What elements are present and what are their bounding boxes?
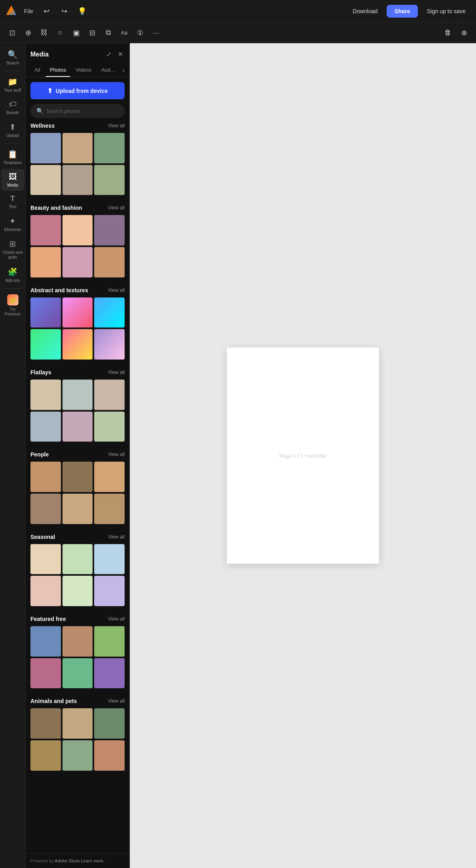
list-item[interactable]: [30, 494, 61, 524]
sidebar-item-addons[interactable]: 🧩 Add-ons: [1, 264, 24, 286]
frame-icon[interactable]: ▣: [69, 26, 83, 40]
list-item[interactable]: [30, 247, 61, 277]
list-item[interactable]: [94, 297, 125, 328]
tab-audio[interactable]: Aud…: [97, 64, 119, 77]
list-item[interactable]: [94, 544, 125, 575]
share-button[interactable]: Share: [387, 5, 418, 18]
tab-videos[interactable]: Videos: [72, 64, 96, 77]
info-icon[interactable]: ①: [133, 26, 147, 40]
list-item[interactable]: [30, 576, 61, 606]
extra-options-button[interactable]: ⊕: [457, 26, 471, 40]
list-item[interactable]: [63, 329, 93, 360]
list-item[interactable]: [63, 380, 93, 410]
text-format-icon[interactable]: Aa: [117, 26, 131, 40]
list-item[interactable]: [63, 462, 93, 492]
undo-button[interactable]: ↩: [40, 4, 54, 18]
list-item[interactable]: [94, 626, 125, 657]
sidebar-item-templates[interactable]: 📋 Templates: [1, 146, 24, 168]
list-item[interactable]: [63, 297, 93, 328]
close-panel-button[interactable]: ✕: [116, 49, 125, 60]
list-item[interactable]: [63, 494, 93, 524]
position-icon[interactable]: ⊕: [21, 26, 35, 40]
list-item[interactable]: [30, 165, 61, 195]
list-item[interactable]: [94, 494, 125, 524]
list-item[interactable]: [94, 215, 125, 245]
upload-from-device-button[interactable]: ⬆ Upload from device: [30, 82, 125, 99]
list-item[interactable]: [94, 658, 125, 689]
signup-button[interactable]: Sign up to save: [421, 6, 471, 17]
list-item[interactable]: [94, 740, 125, 771]
list-item[interactable]: [94, 165, 125, 195]
tab-all[interactable]: All: [30, 64, 44, 77]
search-photos-input[interactable]: [46, 108, 119, 114]
people-view-all-button[interactable]: View all: [108, 452, 125, 457]
sidebar-item-premium[interactable]: 👑 Try Premium: [1, 291, 24, 320]
flatlays-view-all-button[interactable]: View all: [108, 370, 125, 375]
list-item[interactable]: [63, 412, 93, 442]
list-item[interactable]: [30, 740, 61, 771]
list-item[interactable]: [94, 708, 125, 739]
canvas-page[interactable]: Page 1 / 1 • Add title: [227, 348, 379, 564]
list-item[interactable]: [30, 708, 61, 739]
list-item[interactable]: [94, 380, 125, 410]
layers-icon[interactable]: ⧉: [101, 26, 115, 40]
list-item[interactable]: [63, 576, 93, 606]
beauty-view-all-button[interactable]: View all: [108, 205, 125, 211]
list-item[interactable]: [63, 133, 93, 163]
link-icon[interactable]: ⛓: [37, 26, 51, 40]
sidebar-item-elements[interactable]: ✦ Elements: [1, 213, 24, 235]
list-item[interactable]: [94, 576, 125, 606]
list-item[interactable]: [63, 544, 93, 575]
more-tools-icon[interactable]: ⋯: [149, 26, 163, 40]
adobe-stock-link[interactable]: Adobe Stock: [55, 858, 80, 863]
animals-view-all-button[interactable]: View all: [108, 698, 125, 704]
learn-more-link[interactable]: Learn more.: [81, 858, 105, 863]
shape-icon[interactable]: ○: [53, 26, 67, 40]
align-icon[interactable]: ⊟: [85, 26, 99, 40]
sidebar-item-your-stuff[interactable]: 📁 Your stuff: [1, 74, 24, 96]
download-button[interactable]: Download: [347, 6, 383, 17]
expand-panel-button[interactable]: ⤢: [105, 49, 113, 60]
crop-icon[interactable]: ⊡: [5, 26, 19, 40]
list-item[interactable]: [63, 626, 93, 657]
list-item[interactable]: [94, 412, 125, 442]
seasonal-view-all-button[interactable]: View all: [108, 534, 125, 540]
list-item[interactable]: [30, 133, 61, 163]
list-item[interactable]: [30, 412, 61, 442]
category-seasonal-header: Seasonal View all: [30, 534, 125, 540]
list-item[interactable]: [30, 462, 61, 492]
list-item[interactable]: [63, 708, 93, 739]
sidebar-item-charts[interactable]: ⊞ Charts and grids: [1, 236, 24, 263]
list-item[interactable]: [94, 329, 125, 360]
magic-tools-button[interactable]: 💡: [75, 4, 89, 18]
list-item[interactable]: [30, 215, 61, 245]
sidebar-item-upload[interactable]: ⬆ Upload: [1, 119, 24, 141]
list-item[interactable]: [94, 133, 125, 163]
sidebar-item-brands[interactable]: 🏷 Brands: [1, 96, 24, 118]
list-item[interactable]: [63, 247, 93, 277]
tab-photos[interactable]: Photos: [46, 64, 70, 77]
list-item[interactable]: [30, 329, 61, 360]
list-item[interactable]: [30, 544, 61, 575]
list-item[interactable]: [30, 626, 61, 657]
delete-button[interactable]: 🗑: [441, 26, 455, 40]
list-item[interactable]: [63, 215, 93, 245]
list-item[interactable]: [30, 658, 61, 689]
list-item[interactable]: [30, 380, 61, 410]
list-item[interactable]: [30, 297, 61, 328]
tabs-scroll-arrow[interactable]: ›: [123, 67, 125, 74]
redo-button[interactable]: ↪: [57, 4, 72, 18]
wellness-view-all-button[interactable]: View all: [108, 123, 125, 129]
sidebar-item-text[interactable]: T Text: [1, 191, 24, 212]
addons-icon: 🧩: [8, 267, 18, 277]
featured-view-all-button[interactable]: View all: [108, 616, 125, 622]
sidebar-item-media[interactable]: 🖼 Media: [1, 169, 24, 191]
list-item[interactable]: [63, 740, 93, 771]
list-item[interactable]: [94, 462, 125, 492]
abstract-view-all-button[interactable]: View all: [108, 287, 125, 293]
list-item[interactable]: [63, 165, 93, 195]
sidebar-item-search[interactable]: 🔍 Search: [1, 46, 24, 68]
list-item[interactable]: [63, 658, 93, 689]
file-menu-button[interactable]: File: [21, 6, 36, 16]
list-item[interactable]: [94, 247, 125, 277]
